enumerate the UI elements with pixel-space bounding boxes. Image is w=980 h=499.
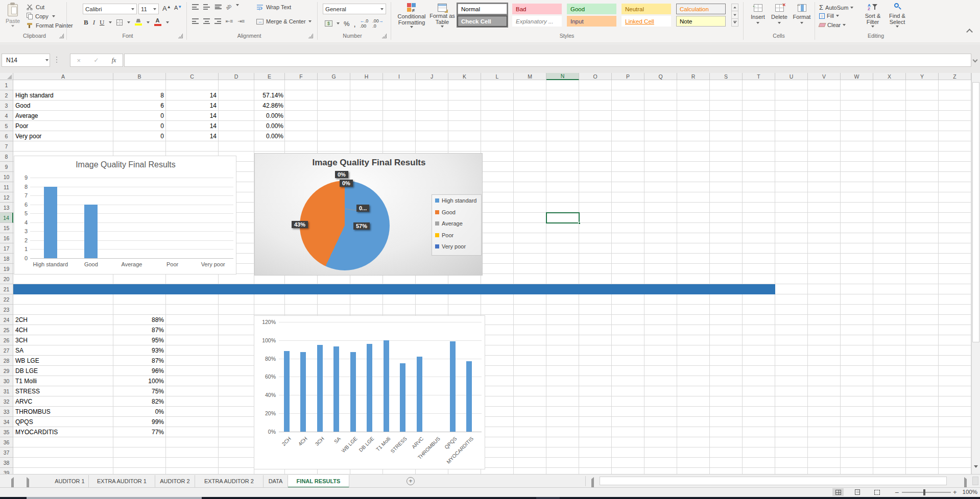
style-normal[interactable]: Normal xyxy=(458,4,507,14)
row-header-37[interactable]: 37 xyxy=(0,447,13,458)
row-header-27[interactable]: 27 xyxy=(0,345,13,356)
cell-a34[interactable]: QPQS xyxy=(15,417,111,427)
vscroll-thumb[interactable] xyxy=(972,82,979,342)
fill-color-icon[interactable] xyxy=(135,19,142,26)
cell-a25[interactable]: 4CH xyxy=(15,325,111,335)
borders-icon[interactable] xyxy=(116,19,123,26)
cell-b33[interactable]: 0% xyxy=(113,407,164,417)
style-neutral[interactable]: Neutral xyxy=(622,4,671,14)
align-middle-icon[interactable] xyxy=(203,4,210,10)
column-chart-sequences[interactable]: 0%20%40%60%80%100%120%2CH4CH3CHSAWB LGED… xyxy=(254,315,485,469)
alignment-dialog-launcher[interactable] xyxy=(308,34,313,38)
row-header-4[interactable]: 4 xyxy=(0,111,13,121)
column-header-A[interactable]: A xyxy=(13,73,113,80)
style-input[interactable]: Input xyxy=(567,16,616,27)
style-good[interactable]: Good xyxy=(567,4,616,14)
cell-e5[interactable]: 0.00% xyxy=(254,121,283,131)
column-header-J[interactable]: J xyxy=(416,73,448,80)
cell-c6[interactable]: 14 xyxy=(166,131,217,141)
style-calculation[interactable]: Calculation xyxy=(676,4,726,14)
row-header-6[interactable]: 6 xyxy=(0,131,13,141)
font-color-icon[interactable]: A xyxy=(154,19,161,27)
style-linked-cell[interactable]: Linked Cell xyxy=(622,16,671,27)
accounting-dropdown[interactable] xyxy=(337,22,340,24)
cell-b27[interactable]: 93% xyxy=(113,345,164,356)
row-header-14[interactable]: 14 xyxy=(0,213,13,223)
row-header-13[interactable]: 13 xyxy=(0,203,13,213)
column-header-Z[interactable]: Z xyxy=(939,73,971,80)
cell-a5[interactable]: Poor xyxy=(15,121,111,131)
row-header-2[interactable]: 2 xyxy=(0,90,13,101)
cell-b3[interactable]: 6 xyxy=(113,101,164,111)
page-break-view-button[interactable] xyxy=(871,488,882,496)
clipboard-dialog-launcher[interactable] xyxy=(59,34,64,38)
cell-b30[interactable]: 100% xyxy=(113,376,164,386)
font-dialog-launcher[interactable] xyxy=(178,34,183,38)
font-color-dropdown[interactable] xyxy=(166,21,169,23)
column-header-Y[interactable]: Y xyxy=(906,73,939,80)
cell-e2[interactable]: 57.14% xyxy=(254,90,283,101)
column-header-X[interactable]: X xyxy=(873,73,906,80)
row-header-33[interactable]: 33 xyxy=(0,407,13,417)
row-header-9[interactable]: 9 xyxy=(0,162,13,172)
style-explanatory----[interactable]: Explanatory ... xyxy=(512,16,562,27)
expand-formula-bar-icon[interactable] xyxy=(973,58,978,63)
column-header-M[interactable]: M xyxy=(514,73,546,80)
collapse-ribbon-icon[interactable] xyxy=(966,29,973,35)
pie-legend-item[interactable]: Poor xyxy=(435,232,453,238)
select-all-corner[interactable] xyxy=(0,73,13,80)
cell-b31[interactable]: 75% xyxy=(113,386,164,396)
cell-a24[interactable]: 2CH xyxy=(15,315,111,325)
row-header-11[interactable]: 11 xyxy=(0,182,13,192)
decrease-decimal-button[interactable]: .00→.0 xyxy=(372,18,384,29)
align-right-icon[interactable] xyxy=(214,18,221,24)
pie-legend-item[interactable]: High standard xyxy=(435,197,477,204)
vscroll-down-icon[interactable] xyxy=(974,468,978,477)
bold-button[interactable]: B xyxy=(84,18,88,27)
pie-chart-image-quality[interactable]: Image Quality Final Results 0%0%0...43%5… xyxy=(254,153,483,276)
borders-dropdown[interactable] xyxy=(127,21,130,23)
cell-a33[interactable]: THROMBUS xyxy=(15,407,111,417)
clear-button[interactable]: Clear xyxy=(819,22,846,28)
cancel-icon[interactable]: × xyxy=(77,57,81,64)
name-box[interactable]: N14 xyxy=(2,54,50,67)
row-header-3[interactable]: 3 xyxy=(0,101,13,111)
row-header-34[interactable]: 34 xyxy=(0,417,13,427)
number-dialog-launcher[interactable] xyxy=(382,34,387,38)
formula-input[interactable] xyxy=(124,54,971,67)
column-header-N[interactable]: N xyxy=(546,73,579,80)
cell-b34[interactable]: 99% xyxy=(113,417,164,427)
font-family-select[interactable]: Calibri xyxy=(83,4,137,14)
cell-b6[interactable]: 0 xyxy=(113,131,164,141)
copy-button[interactable]: Copy xyxy=(27,13,55,19)
column-header-F[interactable]: F xyxy=(285,73,318,80)
align-bottom-icon[interactable] xyxy=(214,4,221,10)
column-header-C[interactable]: C xyxy=(166,73,219,80)
cell-c2[interactable]: 14 xyxy=(166,90,217,101)
format-as-table-button[interactable]: Format as Table xyxy=(429,2,456,39)
cell-a3[interactable]: Good xyxy=(15,101,111,111)
increase-font-icon[interactable]: A▲ xyxy=(162,5,171,12)
cell-b25[interactable]: 87% xyxy=(113,325,164,335)
row-header-30[interactable]: 30 xyxy=(0,376,13,386)
underline-button[interactable]: U xyxy=(100,18,104,27)
style-note[interactable]: Note xyxy=(676,16,726,27)
gallery-more-button[interactable] xyxy=(731,19,738,27)
sheet-tab-auditor-2[interactable]: AUDITOR 2 xyxy=(155,475,195,488)
column-header-R[interactable]: R xyxy=(677,73,710,80)
row-header-17[interactable]: 17 xyxy=(0,243,13,254)
cell-e3[interactable]: 42.86% xyxy=(254,101,283,111)
tab-splitter[interactable] xyxy=(972,477,978,485)
cell-a2[interactable]: High standard xyxy=(15,90,111,101)
cell-c5[interactable]: 14 xyxy=(166,121,217,131)
autosum-button[interactable]: Σ AutoSum xyxy=(819,4,853,11)
increase-indent-icon[interactable]: ⇥≡ xyxy=(237,18,245,24)
cell-b29[interactable]: 96% xyxy=(113,366,164,376)
cell-b35[interactable]: 77% xyxy=(113,427,164,437)
zoom-out-button[interactable]: − xyxy=(895,488,899,496)
cell-c4[interactable]: 14 xyxy=(166,111,217,121)
column-header-T[interactable]: T xyxy=(743,73,775,80)
row-header-18[interactable]: 18 xyxy=(0,254,13,264)
fill-color-dropdown[interactable] xyxy=(147,21,150,23)
increase-decimal-button[interactable]: ←.0.00 xyxy=(360,18,369,29)
